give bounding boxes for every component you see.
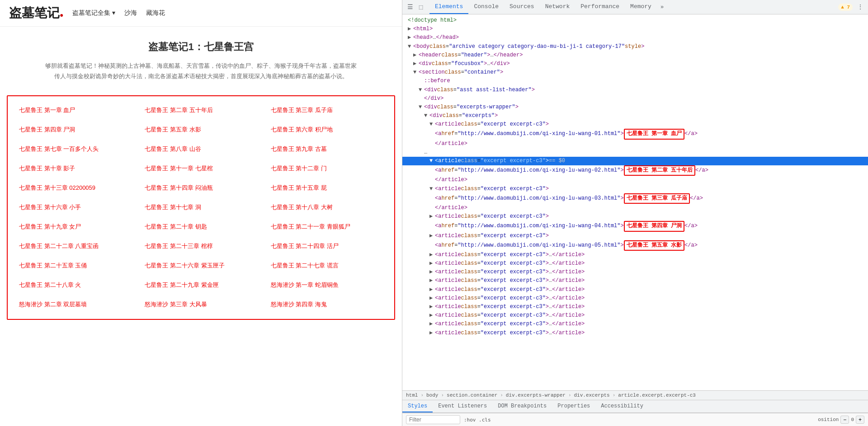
zoom-label: osition <box>818 417 839 422</box>
tree-focusbox[interactable]: ▶ <div class="focusbox">…</div> <box>402 60 868 68</box>
article-item[interactable]: 七星鲁王 第三章 瓜子庙 <box>264 101 390 120</box>
article-item[interactable]: 七星鲁王 第四章 尸洞 <box>12 120 138 140</box>
article-item[interactable]: 七星鲁王 第十三章 02200059 <box>12 178 138 198</box>
article-item[interactable]: 七星鲁王 第十七章 洞 <box>138 198 264 217</box>
breadcrumb-section[interactable]: section.container <box>447 393 497 398</box>
article-item[interactable]: 七星鲁王 第十八章 大树 <box>264 198 390 217</box>
zoom-decrease[interactable]: − <box>840 416 849 424</box>
tree-article-3[interactable]: ▼ <article class="excerpt excerpt-c3"> <box>402 185 868 193</box>
article-item[interactable]: 七星鲁王 第十九章 女尸 <box>12 217 138 237</box>
highlight-ch5: 七星鲁王 第五章 水影 <box>624 240 684 251</box>
tree-article-4[interactable]: ▶ <article class="excerpt excerpt-c3"> <box>402 212 868 221</box>
article-item[interactable]: 怒海潜沙 第二章 双层墓墙 <box>12 295 138 314</box>
tree-head[interactable]: ▶ <head>…</head> <box>402 33 868 42</box>
tree-excerpts-wrapper[interactable]: ▼ <div class="excerpts-wrapper"> <box>402 103 868 112</box>
article-item[interactable]: 七星鲁王 第八章 山谷 <box>138 140 264 159</box>
article-item[interactable]: 怒海潜沙 第四章 海鬼 <box>264 295 390 314</box>
article-item[interactable]: 七星鲁王 第九章 古墓 <box>264 140 390 159</box>
article-item[interactable]: 七星鲁王 第二十一章 青眼狐尸 <box>264 217 390 237</box>
tree-article-collapsed-15[interactable]: ▶ <article class="excerpt excerpt-c3">…<… <box>402 329 868 337</box>
nav-item-all[interactable]: 盗墓笔记全集 <box>72 9 115 17</box>
tree-a-3[interactable]: <a href="http://www.daomubiji.com/qi-xin… <box>402 193 868 204</box>
article-item[interactable]: 七星鲁王 第二十四章 活尸 <box>264 237 390 256</box>
article-item[interactable]: 七星鲁王 第二十七章 谎言 <box>264 256 390 276</box>
article-item[interactable]: 七星鲁王 第一章 血尸 <box>12 101 138 120</box>
tree-article-collapsed-10[interactable]: ▶ <article class="excerpt excerpt-c3">…<… <box>402 286 868 294</box>
tab-console[interactable]: Console <box>468 0 504 14</box>
article-item[interactable]: 七星鲁王 第十一章 七星棺 <box>138 159 264 178</box>
site-nav: 盗墓笔记全集 沙海 藏海花 <box>72 9 165 17</box>
tree-article-1[interactable]: ▼ <article class="excerpt excerpt-c3"> <box>402 120 868 129</box>
article-item[interactable]: 七星鲁王 第十五章 屁 <box>264 178 390 198</box>
article-item[interactable]: 七星鲁王 第十章 影子 <box>12 159 138 178</box>
article-item[interactable]: 怒海潜沙 第三章 大风暴 <box>138 295 264 314</box>
devtools-icons: ☰ ⬚ <box>406 3 425 11</box>
tab-memory[interactable]: Memory <box>625 0 657 14</box>
bottom-tab-dom-breakpoints[interactable]: DOM Breakpoints <box>492 400 552 412</box>
article-item[interactable]: 七星鲁王 第二十八章 火 <box>12 276 138 295</box>
article-item[interactable]: 七星鲁王 第二十五章 玉俑 <box>12 256 138 276</box>
tree-article-2-selected[interactable]: ▼ <article class="excerpt excerpt-c3"> =… <box>402 157 868 165</box>
tree-body[interactable]: ▼ <body class="archive category category… <box>402 42 868 51</box>
tree-a-5[interactable]: <a href="http://www.daomubiji.com/qi-xin… <box>402 240 868 251</box>
devtools-toolbar: ☰ ⬚ Elements Console Sources Network Per… <box>402 0 868 14</box>
article-item[interactable]: 七星鲁王 第十四章 闷油瓶 <box>138 178 264 198</box>
tab-performance[interactable]: Performance <box>575 0 625 14</box>
tree-section-container[interactable]: ▼ <section class="container"> <box>402 68 868 77</box>
tab-sources[interactable]: Sources <box>504 0 540 14</box>
article-item[interactable]: 七星鲁王 第七章 一百多个人头 <box>12 140 138 159</box>
tree-excerpts[interactable]: ▼ <div class="excerpts"> <box>402 112 868 120</box>
article-item[interactable]: 怒海潜沙 第一章 蛇眉铜鱼 <box>264 276 390 295</box>
article-item[interactable]: 七星鲁王 第十二章 门 <box>264 159 390 178</box>
tree-article-collapsed-14[interactable]: ▶ <article class="excerpt excerpt-c3">…<… <box>402 320 868 328</box>
tree-a-2[interactable]: <a href="http://www.daomubiji.com/qi-xin… <box>402 165 868 176</box>
inspect-icon[interactable]: ☰ <box>406 3 414 11</box>
article-item[interactable]: 七星鲁王 第十六章 小手 <box>12 198 138 217</box>
more-options-icon[interactable]: ⋮ <box>856 3 864 11</box>
tab-elements[interactable]: Elements <box>429 0 468 14</box>
bottom-tab-event-listeners[interactable]: Event Listeners <box>433 400 492 412</box>
site-logo[interactable]: 盗墓笔记● <box>9 5 63 22</box>
tree-header[interactable]: ▶ <header class="header">…</header> <box>402 51 868 60</box>
article-item[interactable]: 七星鲁王 第六章 积尸地 <box>264 120 390 140</box>
more-tabs-icon[interactable]: » <box>657 0 667 14</box>
tree-article-collapsed-8[interactable]: ▶ <article class="excerpt excerpt-c3">…<… <box>402 268 868 276</box>
article-item[interactable]: 七星鲁王 第二十二章 八重宝函 <box>12 237 138 256</box>
tree-article-collapsed-13[interactable]: ▶ <article class="excerpt excerpt-c3">…<… <box>402 311 868 320</box>
article-item[interactable]: 七星鲁王 第五章 水影 <box>138 120 264 140</box>
tree-article-collapsed-7[interactable]: ▶ <article class="excerpt excerpt-c3">…<… <box>402 259 868 268</box>
article-item[interactable]: 七星鲁王 第二章 五十年后 <box>138 101 264 120</box>
nav-item-shahai[interactable]: 沙海 <box>124 9 137 17</box>
breadcrumb-excerpts-wrapper[interactable]: div.excerpts-wrapper <box>506 393 566 398</box>
zoom-increase[interactable]: + <box>856 416 864 424</box>
warning-badge[interactable]: ▲ 7 <box>838 4 853 11</box>
article-item[interactable]: 七星鲁王 第二十九章 紫金匣 <box>138 276 264 295</box>
breadcrumb-html[interactable]: html <box>406 393 418 398</box>
device-icon[interactable]: ⬚ <box>417 3 425 11</box>
tree-article-collapsed-11[interactable]: ▶ <article class="excerpt excerpt-c3">…<… <box>402 294 868 303</box>
breadcrumb-body[interactable]: body <box>426 393 438 398</box>
article-item[interactable]: 七星鲁王 第二十三章 棺椁 <box>138 237 264 256</box>
article-item[interactable]: 七星鲁王 第二十六章 紫玉匣子 <box>138 256 264 276</box>
tree-article-5[interactable]: ▶ <article class="excerpt excerpt-c3"> <box>402 232 868 240</box>
breadcrumb-excerpts[interactable]: div.excerpts <box>574 393 610 398</box>
page-description: 够胆就看盗墓笔记！神秘莫测的上古神墓、海底船墓、天宫雪墓，传说中的血尸、粽子、海… <box>43 61 359 82</box>
tree-html[interactable]: ▶<html> <box>402 25 868 33</box>
highlight-ch4: 七星鲁王 第四章 尸洞 <box>624 221 684 231</box>
bottom-tabs: Styles Event Listeners DOM Breakpoints P… <box>402 400 868 413</box>
tree-article-collapsed-9[interactable]: ▶ <article class="excerpt excerpt-c3">…<… <box>402 276 868 285</box>
tree-asst[interactable]: ▼ <div class="asst asst-list-header"> <box>402 86 868 94</box>
tree-article-collapsed-12[interactable]: ▶ <article class="excerpt excerpt-c3">…<… <box>402 303 868 311</box>
tree-a-1[interactable]: <a href="http://www.daomubiji.com/qi-xin… <box>402 129 868 139</box>
bottom-tab-accessibility[interactable]: Accessibility <box>595 400 649 412</box>
tree-a-4[interactable]: <a href="http://www.daomubiji.com/qi-xin… <box>402 221 868 231</box>
breadcrumb-article[interactable]: article.excerpt.excerpt-c3 <box>618 393 696 398</box>
highlight-ch1: 七星鲁王 第一章 血尸 <box>624 129 684 139</box>
bottom-tab-styles[interactable]: Styles <box>402 400 433 412</box>
bottom-tab-properties[interactable]: Properties <box>552 400 595 412</box>
tab-network[interactable]: Network <box>540 0 576 14</box>
nav-item-canghai[interactable]: 藏海花 <box>146 9 165 17</box>
article-item[interactable]: 七星鲁王 第二十章 钥匙 <box>138 217 264 237</box>
filter-input[interactable] <box>406 415 460 424</box>
tree-article-collapsed-6[interactable]: ▶ <article class="excerpt excerpt-c3">…<… <box>402 251 868 259</box>
